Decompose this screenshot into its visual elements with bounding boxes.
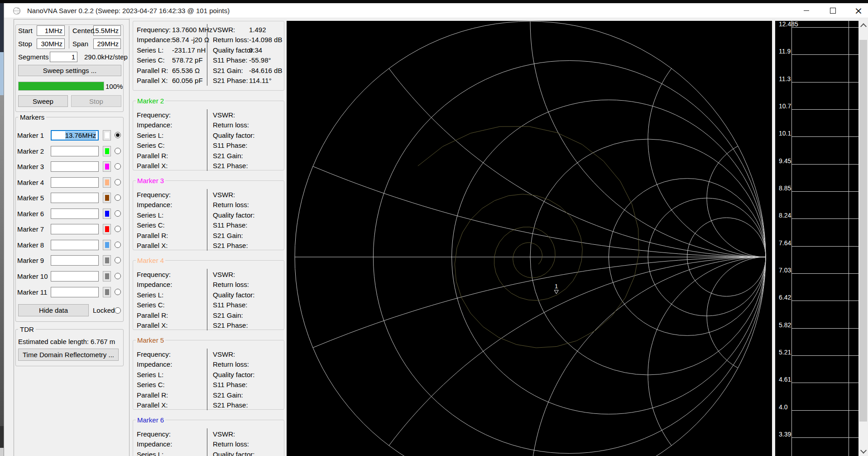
chevron-down-icon (860, 447, 866, 454)
tdr-button[interactable]: Time Domain Reflectometry ... (18, 349, 119, 361)
stop-input[interactable]: 30MHz (37, 39, 65, 49)
marker-color-swatch[interactable] (103, 161, 111, 172)
marker-color-fill (105, 242, 109, 248)
marker-data-section: Frequency:13.7600 MHzVSWR:1.492Impedance… (133, 21, 284, 91)
marker-section-divider (207, 189, 207, 251)
marker-select-radio[interactable] (115, 210, 121, 217)
right-chart-gridline (791, 355, 858, 356)
marker-field-label: Series C: (137, 300, 165, 310)
scrollbar-down-button[interactable] (858, 446, 868, 456)
marker-field-label: Series L: (137, 450, 163, 456)
vertical-scrollbar[interactable] (858, 18, 868, 456)
marker-frequency-input[interactable]: 13.76MHz (51, 130, 99, 141)
sweep-divider (69, 26, 69, 49)
title-bar[interactable]: NanoVNA Saver 0.2.2 (Sweep: 2023-04-27 1… (4, 3, 868, 18)
sweep-button[interactable]: Sweep (18, 95, 68, 107)
right-chart-tick-label: 11.3 (779, 75, 791, 82)
sweep-settings-button[interactable]: Sweep settings ... (18, 65, 121, 76)
marker-select-radio[interactable] (115, 132, 121, 138)
marker-field-label: Frequency: (137, 190, 171, 200)
right-chart-tick-label: 4.61 (779, 376, 791, 383)
start-input[interactable]: 1MHz (37, 25, 65, 36)
marker-select-radio[interactable] (115, 179, 121, 185)
marker-field-label: S21 Gain: (213, 66, 243, 76)
hide-data-button[interactable]: Hide data (18, 304, 89, 316)
marker-color-swatch[interactable] (103, 146, 111, 156)
marker-field-label: S11 Phase: (213, 220, 247, 230)
locked-radio[interactable] (115, 307, 121, 314)
marker-select-radio[interactable] (115, 226, 121, 232)
marker-field-label: S21 Gain: (213, 231, 243, 241)
marker-field-label: Parallel X: (137, 241, 168, 251)
stop-button[interactable]: Stop (71, 95, 121, 107)
right-chart-gridline (791, 437, 858, 438)
marker-field-value: 1.492 (249, 25, 266, 35)
marker-field-label: Frequency: (137, 110, 171, 120)
segments-label: Segments (18, 52, 49, 62)
marker-color-swatch[interactable] (103, 224, 111, 234)
span-input[interactable]: 29MHz (93, 39, 121, 49)
segments-input[interactable]: 1 (50, 52, 77, 62)
marker-select-radio[interactable] (115, 163, 121, 170)
marker-field-value: -14.098 dB (249, 35, 282, 45)
s11-trace (418, 126, 639, 348)
marker-data-panel: Frequency:13.7600 MHzVSWR:1.492Impedance… (129, 19, 287, 456)
marker-color-swatch[interactable] (103, 209, 111, 219)
marker-color-swatch[interactable] (103, 130, 111, 141)
marker-color-swatch[interactable] (103, 240, 111, 250)
marker-section-divider (207, 428, 207, 456)
scrollbar-thumb[interactable] (859, 40, 867, 422)
center-label: Center (72, 25, 93, 36)
smith-reactance-arc (648, 257, 766, 446)
marker-color-swatch[interactable] (103, 255, 111, 266)
marker-color-swatch[interactable] (103, 177, 111, 188)
marker-select-radio[interactable] (115, 242, 121, 248)
marker-field-value: 578.72 pF (172, 55, 203, 65)
maximize-button[interactable] (820, 3, 846, 18)
marker-select-radio[interactable] (115, 194, 121, 201)
marker-field-label: Impedance: (137, 200, 172, 210)
center-input[interactable]: 15.5MHz (93, 25, 121, 36)
marker-color-swatch[interactable] (103, 287, 111, 297)
marker-frequency-input[interactable] (51, 271, 99, 281)
marker-row-label: Marker 8 (17, 240, 44, 250)
right-chart-tick-label: 5.21 (779, 349, 791, 356)
progress-percent-label: 100% (106, 81, 123, 92)
marker-frequency-input[interactable] (51, 287, 99, 297)
marker-frequency-input[interactable] (51, 209, 99, 219)
marker-frequency-input[interactable] (51, 161, 99, 172)
right-chart-gridline-vertical (849, 21, 849, 456)
marker-frequency-input[interactable] (51, 240, 99, 250)
marker-frequency-input[interactable] (51, 146, 99, 156)
marker-field-label: Return loss: (213, 120, 249, 130)
marker-field-label: Return loss: (213, 439, 249, 449)
marker-field-label: S21 Phase: (213, 320, 248, 330)
marker-select-radio[interactable] (115, 273, 121, 279)
marker-color-swatch[interactable] (103, 271, 111, 281)
minimize-button[interactable] (793, 3, 820, 18)
right-chart-tick-label: 3.39 (779, 431, 791, 438)
marker-color-fill (105, 226, 109, 232)
marker-frequency-input[interactable] (51, 193, 99, 203)
marker-field-label: Quality factor: (213, 290, 255, 300)
marker-field-label: Series L: (137, 131, 163, 141)
scrollbar-up-button[interactable] (858, 21, 868, 31)
marker-field-label: Series C: (137, 55, 165, 65)
span-label: Span (72, 39, 88, 49)
vswr-chart-partial[interactable]: 12.48511.911.310.710.19.458.858.247.647.… (775, 21, 858, 456)
marker-select-radio[interactable] (115, 289, 121, 295)
marker-field-label: VSWR: (213, 270, 235, 280)
marker-frequency-input[interactable] (51, 177, 99, 188)
marker-color-swatch[interactable] (103, 193, 111, 203)
marker-select-radio[interactable] (115, 148, 121, 154)
marker-field-label: Series C: (137, 220, 165, 230)
marker-frequency-input[interactable] (51, 255, 99, 266)
close-button[interactable]: × (845, 3, 868, 18)
start-label: Start (18, 25, 33, 36)
marker-select-radio[interactable] (115, 257, 121, 263)
marker-frequency-input[interactable] (51, 224, 99, 234)
marker-row-label: Marker 6 (17, 209, 44, 219)
smith-chart[interactable]: 1 (287, 21, 772, 456)
segments-value: 1 (72, 53, 75, 61)
marker-section-divider (207, 269, 207, 330)
